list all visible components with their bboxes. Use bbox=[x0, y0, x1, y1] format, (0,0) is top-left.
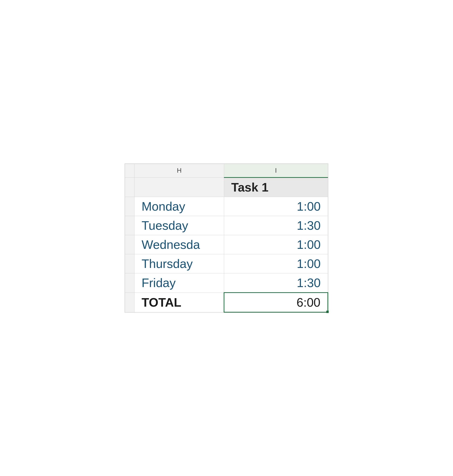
row-num-4 bbox=[125, 235, 134, 254]
col-row-num bbox=[125, 164, 134, 177]
table-row: Friday 1:30 bbox=[125, 273, 328, 293]
cell-time-1[interactable]: 1:30 bbox=[224, 216, 328, 235]
spreadsheet: H I Task 1 Monday 1:00 Tuesday 1:30 bbox=[125, 163, 328, 313]
task-header-row: Task 1 bbox=[125, 177, 328, 197]
cell-empty-header[interactable] bbox=[134, 177, 224, 197]
table-row: Tuesday 1:30 bbox=[125, 216, 328, 235]
table-row: Monday 1:00 bbox=[125, 197, 328, 216]
col-header-h[interactable]: H bbox=[134, 164, 224, 177]
cell-total-label[interactable]: TOTAL bbox=[134, 293, 224, 312]
cell-time-4[interactable]: 1:30 bbox=[224, 273, 328, 293]
cell-task-label[interactable]: Task 1 bbox=[224, 177, 328, 197]
table-row: Thursday 1:00 bbox=[125, 254, 328, 273]
col-header-i[interactable]: I bbox=[224, 164, 328, 177]
row-num-6 bbox=[125, 273, 134, 293]
cell-total-value[interactable]: 6:00 bbox=[224, 293, 328, 312]
cell-day-1[interactable]: Tuesday bbox=[134, 216, 224, 235]
cell-time-2[interactable]: 1:00 bbox=[224, 235, 328, 254]
fill-handle[interactable] bbox=[326, 311, 329, 313]
cell-time-3[interactable]: 1:00 bbox=[224, 254, 328, 273]
cell-time-0[interactable]: 1:00 bbox=[224, 197, 328, 216]
total-value-text: 6:00 bbox=[297, 295, 320, 309]
row-num-5 bbox=[125, 254, 134, 273]
row-num-7 bbox=[125, 293, 134, 312]
total-row: TOTAL 6:00 bbox=[125, 293, 328, 312]
cell-day-4[interactable]: Friday bbox=[134, 273, 224, 293]
row-num-2 bbox=[125, 197, 134, 216]
row-num-1 bbox=[125, 177, 134, 197]
table-row: Wednesda 1:00 bbox=[125, 235, 328, 254]
row-num-3 bbox=[125, 216, 134, 235]
cell-day-0[interactable]: Monday bbox=[134, 197, 224, 216]
cell-day-3[interactable]: Thursday bbox=[134, 254, 224, 273]
cell-day-2[interactable]: Wednesda bbox=[134, 235, 224, 254]
